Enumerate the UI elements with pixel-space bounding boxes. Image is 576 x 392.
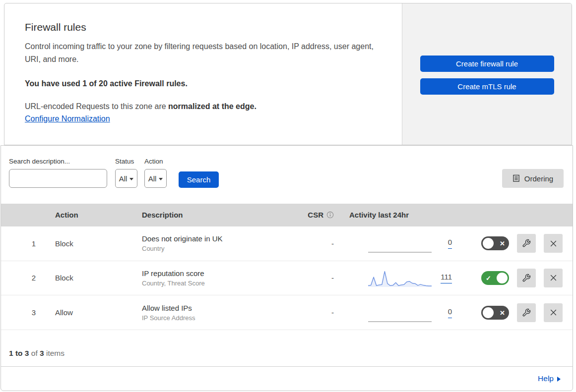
activity-sparkline (368, 303, 432, 323)
rule-controls: ✕ (457, 234, 573, 253)
search-label: Search description... (9, 158, 107, 165)
activity-count-link[interactable]: 0 (448, 307, 452, 318)
table-row: 1 Block Does not originate in UK Country… (1, 226, 573, 261)
chevron-down-icon (129, 178, 133, 180)
activity-sparkline (368, 233, 432, 253)
toggle-state-icon: ✕ (500, 240, 505, 247)
rule-fields: Country (142, 245, 301, 252)
table-header-row: Action Description CSR Activity last 24h… (1, 204, 573, 226)
rule-action: Block (46, 239, 142, 248)
help-bar: Help (1, 366, 573, 391)
ordering-button[interactable]: Ordering (502, 169, 564, 188)
of-label: of (31, 349, 38, 357)
normalization-note: URL-encoded Requests to this zone are no… (25, 102, 382, 111)
rules-list-panel: Search description... Status All Action … (0, 145, 573, 391)
rule-activity-cell: 111 (343, 268, 457, 288)
rule-controls: ✕ (457, 303, 573, 322)
toggle-knob (497, 273, 508, 283)
rule-description-cell: Does not originate in UK Country (142, 234, 301, 252)
edit-rule-button[interactable] (517, 269, 536, 287)
configure-normalization-link[interactable]: Configure Normalization (25, 114, 110, 123)
table-row: 3 Allow Allow listed IPs IP Source Addre… (1, 295, 573, 330)
rule-activity-cell: 0 (343, 303, 457, 323)
delete-rule-button[interactable] (544, 234, 563, 253)
items-total: 3 (40, 349, 44, 357)
normalization-text: URL-encoded Requests to this zone are (25, 102, 168, 111)
header-csr: CSR (301, 211, 343, 219)
rule-action: Block (46, 274, 142, 282)
action-selected-value: All (148, 174, 157, 183)
page-title: Firewall rules (25, 21, 382, 33)
rule-description: Allow listed IPs (142, 304, 301, 312)
rule-description: Does not originate in UK (142, 234, 301, 243)
search-group: Search description... (9, 158, 107, 188)
rule-fields: Country, Threat Score (142, 280, 301, 287)
header-action: Action (46, 211, 142, 219)
edit-rule-button[interactable] (517, 234, 536, 253)
actions-panel: Create firewall rule Create mTLS rule (402, 3, 572, 145)
rule-activity-cell: 0 (343, 233, 457, 253)
rule-description-cell: Allow listed IPs IP Source Address (142, 304, 301, 322)
status-selected-value: All (119, 174, 128, 183)
search-text-field[interactable] (19, 174, 118, 183)
table-row: 2 Block IP reputation score Country, Thr… (1, 261, 573, 296)
header-activity: Activity last 24hr (343, 211, 457, 219)
rule-fields: IP Source Address (142, 314, 301, 322)
delete-rule-button[interactable] (544, 269, 563, 287)
rule-description-cell: IP reputation score Country, Threat Scor… (142, 269, 301, 287)
close-icon (549, 274, 558, 282)
search-input[interactable] (9, 169, 107, 188)
activity-sparkline (368, 268, 432, 288)
ordering-button-label: Ordering (524, 174, 553, 183)
rule-priority: 2 (1, 274, 46, 282)
rule-action: Allow (46, 308, 142, 317)
items-label: items (46, 349, 64, 357)
arrow-right-icon (557, 377, 561, 382)
help-label: Help (538, 374, 554, 383)
create-firewall-rule-button[interactable]: Create firewall rule (420, 56, 554, 72)
wrench-icon (522, 274, 531, 282)
pagination-summary: 1 to 3 of 3 items (1, 330, 573, 366)
toggle-knob (483, 307, 494, 318)
toggle-knob (483, 238, 494, 249)
usage-summary: You have used 1 of 20 active Firewall ru… (25, 79, 382, 88)
rule-csr: - (301, 308, 343, 317)
search-button[interactable]: Search (179, 171, 219, 188)
help-link[interactable]: Help (538, 374, 561, 383)
chevron-down-icon (159, 178, 163, 180)
header-description: Description (142, 211, 301, 219)
rule-description: IP reputation score (142, 269, 301, 278)
close-icon (549, 308, 558, 317)
status-label: Status (115, 158, 137, 165)
rule-csr: - (301, 239, 343, 248)
items-range: 1 to 3 (9, 349, 29, 357)
firewall-rules-panel: Firewall rules Control incoming traffic … (4, 3, 572, 145)
action-label: Action (144, 158, 167, 165)
activity-count-link[interactable]: 111 (441, 273, 452, 283)
create-mtls-rule-button[interactable]: Create mTLS rule (420, 78, 554, 95)
rule-enabled-toggle[interactable]: ✕ (481, 236, 509, 250)
delete-rule-button[interactable] (544, 303, 563, 322)
ordering-list-icon (512, 174, 520, 182)
rule-controls: ✓ (457, 269, 573, 287)
header-csr-label: CSR (308, 211, 323, 219)
rule-csr: - (301, 274, 343, 282)
rule-priority: 3 (1, 308, 46, 317)
filter-bar: Search description... Status All Action … (1, 146, 573, 204)
wrench-icon (522, 308, 531, 317)
toggle-state-icon: ✓ (486, 275, 491, 281)
status-select[interactable]: All (115, 169, 137, 188)
firewall-rules-intro: Firewall rules Control incoming traffic … (4, 3, 402, 145)
rule-enabled-toggle[interactable]: ✕ (481, 306, 509, 320)
normalization-bold-text: normalized at the edge. (168, 102, 256, 111)
activity-count-link[interactable]: 0 (448, 238, 452, 249)
edit-rule-button[interactable] (517, 303, 536, 322)
wrench-icon (522, 239, 531, 248)
rule-enabled-toggle[interactable]: ✓ (481, 271, 509, 285)
rule-priority: 1 (1, 239, 46, 248)
page-description: Control incoming traffic to your zone by… (25, 40, 382, 66)
info-icon[interactable] (326, 211, 334, 219)
toggle-state-icon: ✕ (500, 309, 505, 316)
action-filter-group: Action All (144, 158, 167, 188)
action-select[interactable]: All (144, 169, 167, 188)
